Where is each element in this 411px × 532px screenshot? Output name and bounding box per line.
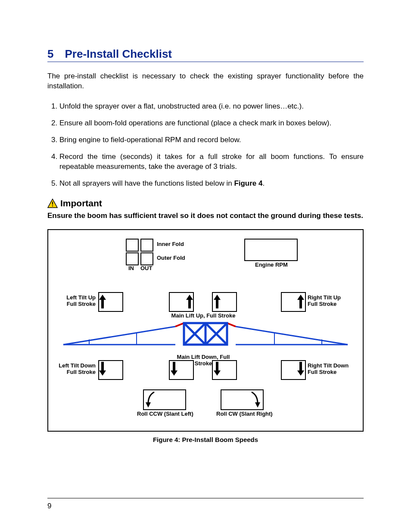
step-1: Unfold the sprayer over a flat, unobstru… — [59, 102, 364, 112]
arrow-down-icon — [171, 362, 177, 376]
label-in: IN — [128, 265, 134, 272]
boom-truss-icon — [55, 319, 356, 353]
label-roll-cw: Roll CW (Slant Right) — [216, 411, 273, 417]
label-right-tilt-up: Right Tilt Up Full Stroke — [308, 295, 341, 308]
svg-line-7 — [63, 327, 175, 345]
svg-line-9 — [236, 327, 348, 345]
svg-line-12 — [227, 323, 236, 327]
label-left-tilt-up: Left Tilt Up Full Stroke — [61, 295, 96, 308]
intro-paragraph: The pre-install checklist is necessary t… — [47, 72, 364, 91]
svg-rect-1 — [52, 202, 53, 205]
label-main-lift-up: Main Lift Up, Full Stroke — [169, 313, 238, 319]
footer-rule — [47, 498, 364, 498]
step-4: Record the time (seconds) it takes for a… — [59, 152, 364, 172]
label-roll-ccw: Roll CCW (Slant Left) — [137, 411, 193, 417]
step-3: Bring engine to field-operational RPM an… — [59, 135, 364, 145]
svg-marker-4 — [186, 295, 193, 308]
label-inner-fold: Inner Fold — [157, 241, 184, 248]
section-number: 5 — [47, 47, 53, 61]
arrow-down-icon — [99, 362, 106, 376]
arrow-up-icon — [297, 295, 304, 308]
step-5-suffix: . — [263, 179, 265, 187]
warning-icon — [47, 199, 58, 208]
label-left-tilt-down: Left Tilt Down Full Stroke — [57, 363, 96, 376]
checkbox-outer-fold-in[interactable] — [126, 252, 139, 265]
svg-marker-5 — [214, 295, 221, 308]
arrow-cw-icon — [248, 390, 261, 408]
svg-marker-23 — [99, 362, 106, 376]
arrow-up-icon — [99, 295, 106, 308]
checkbox-outer-fold-out[interactable] — [140, 252, 153, 265]
field-engine-rpm[interactable] — [244, 239, 298, 261]
svg-marker-25 — [214, 362, 221, 376]
arrow-up-icon — [186, 295, 193, 308]
arrow-down-icon — [297, 362, 304, 376]
svg-marker-28 — [255, 402, 260, 408]
svg-marker-6 — [297, 295, 304, 308]
page-number: 9 — [47, 502, 51, 510]
svg-line-11 — [175, 323, 184, 327]
svg-marker-24 — [171, 362, 177, 376]
label-engine-rpm: Engine RPM — [255, 262, 288, 268]
figure-caption: Figure 4: Pre-Install Boom Speeds — [47, 436, 364, 443]
step-2: Ensure all boom-fold operations are func… — [59, 118, 364, 128]
important-label: Important — [60, 198, 102, 208]
figure-reference: Figure 4 — [234, 179, 262, 187]
svg-marker-26 — [297, 362, 304, 376]
section-title: Pre-Install Checklist — [65, 47, 172, 61]
checkbox-inner-fold-out[interactable] — [140, 239, 153, 252]
label-outer-fold: Outer Fold — [157, 255, 185, 261]
important-heading: Important — [47, 198, 364, 208]
step-5: Not all sprayers will have the functions… — [59, 179, 364, 189]
label-out: OUT — [140, 265, 152, 272]
label-right-tilt-down: Right Tilt Down Full Stroke — [308, 363, 349, 376]
svg-rect-2 — [52, 205, 53, 206]
svg-marker-27 — [146, 402, 151, 408]
arrow-down-icon — [214, 362, 221, 376]
arrow-ccw-icon — [145, 390, 158, 408]
figure-4: Inner Fold Outer Fold IN OUT Engine RPM … — [47, 229, 364, 432]
steps-list: Unfold the sprayer over a flat, unobstru… — [47, 102, 364, 189]
step-5-text: Not all sprayers will have the functions… — [59, 179, 234, 187]
important-text: Ensure the boom has sufficient travel so… — [47, 211, 364, 221]
svg-marker-3 — [99, 295, 106, 308]
checkbox-inner-fold-in[interactable] — [126, 239, 139, 252]
section-heading: 5 Pre-Install Checklist — [47, 47, 364, 62]
arrow-up-icon — [214, 295, 221, 308]
